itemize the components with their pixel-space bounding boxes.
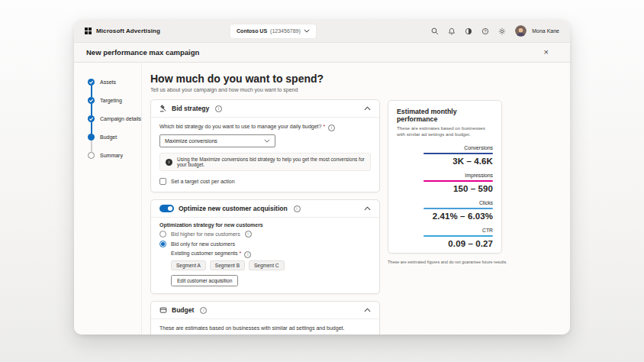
metric-underline (423, 235, 493, 237)
page-background: Microsoft Advertising Contoso US (123456… (0, 0, 644, 362)
step-label: Summary (100, 153, 123, 158)
segment-chips: Segment A Segment B Segment C (171, 260, 371, 270)
radio-bid-higher[interactable]: Bid higher for new customers (159, 231, 371, 238)
page-subtitle: Tell us about your campaign and how much… (150, 87, 380, 92)
metric-conversions: Conversions 3K – 4.6K (397, 145, 493, 166)
segment-chip[interactable]: Segment A (171, 260, 206, 270)
info-icon[interactable] (200, 307, 207, 314)
toggle-on-switch[interactable] (159, 205, 174, 212)
customer-acquisition-card: Optimize new customer acquisition Optimi… (150, 199, 380, 294)
bid-strategy-question: Which bid strategy do you want to use to… (159, 124, 371, 131)
budget-card: Budget These are estimates based on busi… (150, 301, 380, 335)
metric-value: 2.41% – 6.03% (397, 212, 493, 221)
metric-label: Clicks (397, 200, 493, 205)
bid-strategy-info-banner: i Using the Maximize conversions bid str… (159, 153, 371, 171)
step-summary[interactable]: Summary (88, 146, 141, 164)
theme-icon[interactable] (465, 27, 472, 35)
segment-chip[interactable]: Segment C (249, 260, 285, 270)
customer-acquisition-header[interactable]: Optimize new customer acquisition (151, 200, 379, 218)
bid-strategy-title: Bid strategy (172, 105, 209, 112)
step-completed-icon (88, 97, 95, 104)
notifications-bell-icon[interactable] (448, 27, 456, 35)
budget-title: Budget (172, 306, 194, 314)
bid-gavel-icon (159, 105, 167, 112)
radio-bid-only[interactable]: Bid only for new customers (159, 241, 371, 247)
page-title: How much do you want to spend? (150, 73, 380, 85)
dropdown-selected-value: Maximize conversions (165, 138, 217, 144)
target-cpa-checkbox-row[interactable]: Set a target cost per action (159, 178, 371, 185)
account-selector[interactable]: Contoso US (123456789) (230, 24, 316, 38)
step-label: Campaign details (100, 116, 141, 121)
performance-title: Estimated monthly performance (397, 108, 493, 123)
budget-wallet-icon (159, 306, 167, 314)
info-icon[interactable] (245, 231, 252, 238)
checkbox-unchecked-icon[interactable] (159, 178, 166, 185)
chevron-up-icon[interactable] (364, 308, 371, 312)
microsoft-logo-icon (85, 27, 92, 34)
metric-label: Conversions (397, 145, 493, 150)
settings-gear-icon[interactable] (498, 27, 506, 35)
performance-subtitle: These are estimates based on businesses … (397, 125, 493, 138)
step-targeting[interactable]: Targeting (88, 91, 141, 109)
customer-acquisition-body: Optimization strategy for new customers … (151, 218, 379, 293)
info-banner-text: Using the Maximize conversions bid strat… (177, 157, 365, 167)
bid-strategy-dropdown[interactable]: Maximize conversions (159, 134, 275, 147)
segment-chip[interactable]: Segment B (210, 260, 245, 270)
budget-note: These are estimates based on businesses … (159, 325, 371, 331)
search-icon[interactable] (431, 27, 439, 35)
info-icon[interactable] (328, 124, 335, 131)
chevron-down-icon (304, 29, 310, 33)
bid-strategy-header[interactable]: Bid strategy (151, 100, 379, 118)
edit-customer-acquisition-button[interactable]: Edit customer acquisition (171, 275, 238, 286)
info-filled-icon: i (166, 159, 172, 166)
required-asterisk: * (240, 250, 242, 256)
account-name: Contoso US (237, 28, 267, 34)
radio-selected-icon[interactable] (159, 241, 166, 247)
help-icon[interactable]: ? (481, 27, 489, 35)
metric-impressions: Impressions 150 – 590 (397, 173, 493, 193)
top-bar-actions: ? Mona Kane (431, 25, 559, 37)
radio-label: Bid only for new customers (171, 241, 235, 247)
info-icon[interactable] (244, 251, 251, 258)
segments-label: Existing customer segments * (171, 250, 371, 258)
strategy-section-label: Optimization strategy for new customers (159, 222, 371, 228)
dialog-title: New performance max campaign (86, 48, 199, 57)
radio-unselected-icon[interactable] (159, 231, 166, 238)
metric-underline (423, 208, 493, 209)
brand-name: Microsoft Advertising (96, 27, 160, 34)
step-campaign-details[interactable]: Campaign details (88, 109, 141, 128)
info-icon[interactable] (215, 105, 222, 112)
segments-block: Existing customer segments * Segment A S… (159, 250, 371, 286)
chevron-up-icon[interactable] (364, 106, 371, 111)
step-label: Budget (100, 134, 117, 140)
top-bar: Microsoft Advertising Contoso US (123456… (74, 20, 570, 43)
sidebar-divider (141, 63, 142, 335)
app-window: Microsoft Advertising Contoso US (123456… (74, 20, 570, 335)
user-avatar[interactable] (515, 25, 526, 37)
account-id: (123456789) (270, 28, 301, 34)
user-name: Mona Kane (532, 28, 559, 34)
dialog-header: New performance max campaign × (74, 43, 570, 63)
step-assets[interactable]: Assets (88, 73, 141, 91)
close-icon[interactable]: × (544, 48, 549, 57)
required-asterisk: * (323, 124, 325, 129)
metric-underline (423, 153, 493, 154)
radio-label: Bid higher for new customers (171, 231, 240, 237)
metric-value: 0.09 – 0.27 (397, 239, 493, 248)
metric-ctr: CTR 0.09 – 0.27 (397, 228, 493, 248)
info-icon[interactable] (294, 205, 301, 212)
metric-label: Impressions (397, 173, 493, 178)
budget-body: These are estimates based on businesses … (151, 319, 379, 335)
wizard-steps: Assets Targeting Campaign details Budget… (74, 63, 141, 164)
metric-underline (423, 180, 493, 182)
main-column: How much do you want to spend? Tell us a… (150, 63, 380, 335)
metric-label: CTR (397, 228, 493, 233)
chevron-up-icon[interactable] (364, 206, 371, 211)
step-label: Assets (100, 79, 116, 85)
metric-value: 3K – 4.6K (397, 157, 493, 166)
budget-header[interactable]: Budget (151, 302, 379, 319)
step-label: Targeting (100, 98, 122, 103)
step-upcoming-icon (88, 152, 95, 159)
svg-text:?: ? (485, 28, 487, 33)
step-budget[interactable]: Budget (88, 128, 141, 146)
